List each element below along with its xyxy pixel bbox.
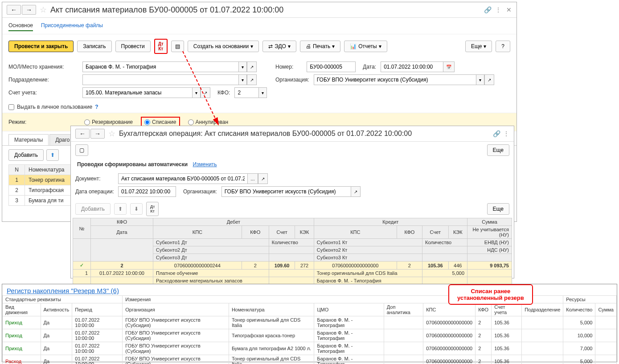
square-icon: ▢: [79, 147, 84, 153]
annotation-callout: Списан ранее установленный резерв: [448, 284, 533, 305]
toolbar: Провести и закрыть Записать Провести ДтК…: [2, 34, 517, 58]
entry-row[interactable]: 1 01.07.2022 10:00:00 Платное обучение Т…: [73, 270, 512, 277]
nav-back[interactable]: ←: [75, 129, 90, 139]
date-label: Дата:: [363, 64, 376, 70]
list-icon: ▤: [175, 43, 180, 49]
dept-label: Подразделение:: [8, 77, 80, 83]
dropdown-button[interactable]: ▾: [258, 87, 267, 98]
dropdown-button[interactable]: ▾: [238, 61, 247, 72]
calendar-button[interactable]: 📅: [443, 61, 455, 72]
entries-grid: № КФО Дебет Кредит Сумма Дата КПСКФОСчет…: [73, 218, 512, 285]
report-icon: 📊: [350, 43, 357, 49]
kebab-icon[interactable]: ⋮: [495, 7, 501, 13]
mol-input[interactable]: [82, 61, 238, 72]
opdate-input[interactable]: [118, 186, 176, 197]
more-button[interactable]: Еще ▾: [465, 41, 492, 52]
nav-forward[interactable]: →: [90, 129, 105, 139]
open-button[interactable]: ↗: [247, 61, 257, 72]
acct-input[interactable]: [82, 87, 192, 98]
nav-forward[interactable]: →: [22, 5, 36, 15]
dropdown-button[interactable]: ▾: [238, 74, 247, 85]
chevron-down-icon: ▾: [332, 43, 335, 49]
kfo-input[interactable]: [234, 87, 258, 98]
link-icon[interactable]: 🔗: [493, 131, 500, 137]
more-button[interactable]: Еще: [487, 144, 509, 156]
org-input[interactable]: [314, 74, 476, 85]
subtab-materials[interactable]: Материалы: [8, 134, 49, 145]
window-title: Акт списания материалов БУ00-000005 от 0…: [50, 5, 481, 15]
col-nomenclature: Номенклатура: [25, 165, 71, 175]
personal-use-checkbox[interactable]: [8, 104, 14, 110]
move-up-button: ⬆: [114, 203, 127, 215]
chevron-down-icon: ▾: [288, 43, 291, 49]
create-basis-button[interactable]: Создать на основании ▾: [188, 41, 259, 52]
group-std: Стандартные реквизиты: [3, 296, 123, 303]
edo-button[interactable]: ⇄ ЭДО ▾: [262, 41, 296, 52]
ellipsis-button[interactable]: …: [247, 173, 258, 184]
opdate-label: Дата операции:: [75, 188, 115, 195]
doc-input[interactable]: [118, 173, 247, 184]
number-input[interactable]: [307, 61, 356, 72]
group-res: Ресурсы: [563, 296, 617, 303]
open-button[interactable]: ↗: [258, 173, 268, 184]
chevron-down-icon: ▾: [250, 43, 253, 49]
favorite-icon[interactable]: ☆: [40, 5, 47, 15]
org-label: Организация:: [183, 188, 217, 195]
num-label: Номер:: [275, 64, 293, 70]
move-up-button[interactable]: ⬆: [46, 149, 59, 161]
date-input[interactable]: [381, 61, 443, 72]
mode-reserve-radio[interactable]: Резервирование: [84, 119, 133, 125]
open-button[interactable]: ↗: [351, 186, 361, 197]
table-row[interactable]: 2Типографская: [9, 185, 71, 196]
org-input[interactable]: [221, 186, 351, 197]
group-button[interactable]: ▢: [75, 144, 88, 156]
exchange-icon: ⇄: [268, 43, 273, 49]
register-row[interactable]: ПриходДа01.07.2022 10:00:00ГОБУ ВПО Унив…: [3, 316, 617, 329]
acct-label: Счет учета:: [8, 90, 80, 96]
table-row[interactable]: 3Бумага для ти: [9, 196, 71, 206]
open-button[interactable]: ↗: [247, 74, 257, 85]
register-row[interactable]: ПриходДа01.07.2022 10:00:00ГОБУ ВПО Унив…: [3, 329, 617, 342]
auto-text: Проводки сформированы автоматически: [77, 161, 188, 168]
register-title-link[interactable]: Регистр накопления "Резерв МЗ" (6): [2, 284, 123, 295]
open-button[interactable]: ↗: [201, 87, 210, 98]
close-icon[interactable]: ✕: [506, 7, 512, 13]
nav-back[interactable]: ←: [7, 5, 21, 15]
register-row[interactable]: РасходДа01.07.2022 10:00:00ГОБУ ВПО Унив…: [3, 355, 617, 364]
save-button[interactable]: Записать: [77, 41, 111, 52]
register-row[interactable]: ПриходДа01.07.2022 10:00:00ГОБУ ВПО Унив…: [3, 342, 617, 355]
more-button2[interactable]: Еще: [487, 203, 509, 215]
dtkt-icon: ДтКт: [158, 41, 164, 51]
chevron-down-icon: ▾: [379, 43, 381, 49]
table-row[interactable]: 1Тонер оригина: [9, 175, 71, 185]
reports-button[interactable]: 📊 Отчеты ▾: [344, 41, 387, 52]
favorite-icon[interactable]: ☆: [108, 129, 115, 139]
kebab-icon[interactable]: ⋮: [503, 131, 509, 137]
dtkt-icon: ДтКт: [150, 204, 155, 213]
entry-row[interactable]: ✓ 2 070600000000002442109.60272 07060000…: [73, 262, 512, 270]
add-row-button[interactable]: Добавить: [8, 149, 44, 161]
mol-label: МОЛ/Место хранения:: [8, 64, 80, 70]
mode-label: Режим:: [8, 119, 76, 125]
entry-row[interactable]: Расходование материальных запасов Барано…: [73, 277, 512, 285]
open-button[interactable]: ↗: [484, 74, 494, 85]
dtkt-button2[interactable]: ДтКт: [146, 202, 159, 216]
dept-input[interactable]: [82, 74, 238, 85]
list-button[interactable]: ▤: [171, 41, 184, 52]
help-icon[interactable]: ?: [95, 104, 98, 110]
post-button[interactable]: Провести: [115, 41, 151, 52]
mode-cancel-radio[interactable]: Аннулирован: [188, 119, 229, 125]
tab-main[interactable]: Основное: [8, 20, 33, 31]
link-icon[interactable]: 🔗: [484, 7, 491, 13]
kfo-label: КФО:: [217, 90, 230, 96]
help-button[interactable]: ?: [496, 41, 510, 52]
print-button[interactable]: 🖨 Печать ▾: [300, 41, 340, 52]
dropdown-button[interactable]: ▾: [192, 87, 201, 98]
dropdown-button[interactable]: ▾: [476, 74, 484, 85]
post-close-button[interactable]: Провести и закрыть: [8, 41, 74, 52]
change-link[interactable]: Изменить: [193, 161, 217, 168]
org-label: Организация:: [275, 77, 309, 83]
dtkt-button[interactable]: ДтКт: [154, 39, 168, 54]
tab-files[interactable]: Присоединенные файлы: [41, 20, 103, 31]
chevron-down-icon: ▾: [484, 43, 486, 49]
